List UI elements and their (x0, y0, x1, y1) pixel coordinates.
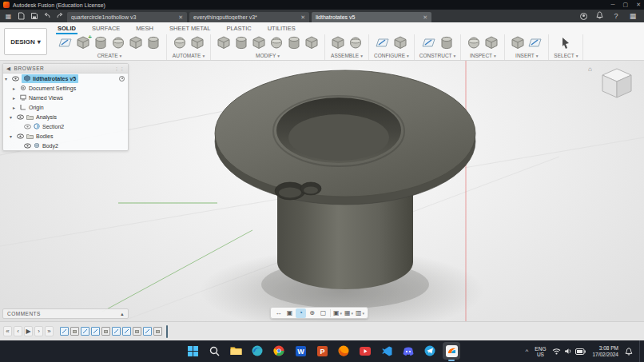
section-analysis-button[interactable] (483, 35, 499, 51)
vscode-icon[interactable] (378, 342, 396, 360)
clock[interactable]: 3:08 PM 17/02/2024 (592, 345, 618, 358)
scripts-button[interactable] (189, 35, 205, 51)
help-icon[interactable]: ? (611, 12, 621, 20)
collapse-panel-icon[interactable]: ◀ (6, 66, 11, 72)
home-view-icon[interactable]: ⌂ (588, 66, 592, 73)
select-dropdown[interactable]: SELECT ▾ (554, 53, 578, 58)
3d-viewport[interactable]: ⌂ ◀ BROWSER ⋮⋮ ▾ lidthatrotates v5 (0, 61, 644, 321)
file-icon[interactable] (16, 11, 26, 21)
workspace-selector-design[interactable]: DESIGN ▾ (4, 28, 47, 55)
combine-button[interactable] (268, 35, 284, 51)
timeline-step-back-button[interactable]: ‹ (14, 326, 22, 336)
select-button[interactable] (558, 35, 574, 51)
timeline-feature-extrude[interactable] (101, 327, 110, 336)
language-switcher[interactable]: ENG US (535, 346, 546, 357)
grid-settings-button[interactable]: ▦▾ (344, 308, 354, 318)
configuration-table-button[interactable] (392, 35, 408, 51)
expand-icon[interactable]: ▾ (10, 114, 14, 120)
timeline-feature-sketch[interactable] (143, 327, 152, 336)
timeline-feature-sketch[interactable] (60, 327, 69, 336)
visibility-eye-icon[interactable] (17, 114, 24, 120)
maximize-icon[interactable]: ▢ (623, 2, 629, 8)
ribbon-tab-utilities[interactable]: UTILITIES (266, 22, 297, 34)
activate-component-radio[interactable] (119, 76, 125, 82)
automate-button[interactable] (172, 35, 188, 51)
timeline-feature-sketch[interactable] (81, 327, 89, 336)
modify-dropdown[interactable]: MODIFY ▾ (256, 53, 280, 58)
zoom-button[interactable]: ⊕ (307, 308, 317, 318)
press-pull-button[interactable] (216, 35, 232, 51)
save-icon[interactable] (29, 11, 39, 21)
orbit-button[interactable]: ◔ (296, 308, 306, 318)
look-at-button[interactable]: ▣ (284, 308, 295, 318)
notifications-bell-icon[interactable] (594, 11, 604, 21)
ribbon-tab-plastic[interactable]: PLASTIC (225, 22, 252, 34)
word-icon[interactable]: W (292, 342, 309, 360)
fit-button[interactable]: ▢ (318, 308, 328, 318)
browser-item-section2[interactable]: Section2 (3, 121, 128, 131)
measure-button[interactable] (466, 35, 482, 51)
display-settings-button[interactable]: ▣▾ (332, 308, 343, 318)
doc-tab-everythingputtogether[interactable]: everythingputtogether v3* ✕ (189, 12, 309, 22)
tab-close-icon[interactable]: ✕ (423, 14, 427, 21)
battery-icon[interactable] (575, 348, 586, 355)
split-body-button[interactable] (304, 35, 320, 51)
undo-icon[interactable] (42, 11, 52, 21)
expand-icon[interactable]: ▸ (13, 105, 18, 110)
joint-button[interactable] (348, 35, 364, 51)
construction-plane-button[interactable] (421, 35, 437, 51)
browser-item-bodies[interactable]: ▾ Bodies (3, 131, 128, 141)
comments-panel[interactable]: COMMENTS ▴ (2, 308, 129, 319)
insert-mesh-button[interactable] (510, 35, 526, 51)
offset-face-button[interactable] (286, 35, 302, 51)
new-component-button[interactable] (75, 35, 91, 51)
browser-item-body2[interactable]: Body2 (3, 141, 128, 150)
powerpoint-icon[interactable]: P (313, 342, 331, 360)
insert-dropdown[interactable]: INSERT ▾ (515, 53, 538, 58)
expand-icon[interactable]: ▾ (5, 76, 10, 82)
timeline-step-forward-button[interactable]: › (34, 326, 43, 336)
create-sketch-button[interactable] (58, 35, 74, 51)
browser-item-origin[interactable]: ▸ Origin (3, 102, 128, 112)
search-icon[interactable] (205, 342, 223, 360)
ribbon-tab-solid[interactable]: SOLID (56, 22, 78, 34)
firefox-browser-icon[interactable] (335, 342, 352, 360)
show-desktop-button[interactable] (639, 340, 642, 362)
construct-dropdown[interactable]: CONSTRUCT ▾ (419, 53, 456, 58)
panel-grip-icon[interactable]: ⋮⋮ (114, 66, 125, 71)
visibility-eye-icon[interactable] (12, 76, 19, 82)
discord-icon[interactable] (400, 342, 417, 360)
pan-button[interactable]: ↔ (273, 308, 284, 318)
timeline-feature-sketch[interactable] (91, 327, 100, 336)
fusion-taskbar-icon[interactable] (443, 342, 460, 360)
volume-icon[interactable] (564, 348, 572, 355)
timeline-position-marker[interactable] (166, 325, 168, 338)
expand-icon[interactable]: ▸ (13, 95, 18, 101)
browser-item-document-settings[interactable]: ▸ Document Settings (3, 83, 128, 93)
revolve-button[interactable] (110, 35, 126, 51)
visibility-eye-icon[interactable] (17, 133, 24, 139)
timeline-feature-sketch[interactable] (112, 327, 121, 336)
expand-icon[interactable]: ▾ (10, 133, 14, 139)
visibility-eye-icon[interactable] (24, 143, 31, 149)
assemble-dropdown[interactable]: ASSEMBLE ▾ (331, 53, 363, 58)
tray-overflow-chevron-icon[interactable]: ^ (526, 348, 529, 355)
extrude-button[interactable] (93, 35, 109, 51)
timeline-skip-start-button[interactable]: « (3, 326, 12, 336)
timeline-feature-sketch[interactable] (122, 327, 131, 336)
tab-close-icon[interactable]: ✕ (178, 14, 183, 21)
fillet-button[interactable] (233, 35, 249, 51)
sweep-button[interactable] (128, 35, 144, 51)
configuration-button[interactable] (375, 35, 391, 51)
shell-button[interactable] (251, 35, 267, 51)
doc-tab-quartercircle1nothollow[interactable]: quartercircle1nothollow v3 ✕ (67, 12, 187, 22)
edge-browser-icon[interactable] (248, 342, 266, 360)
browser-root-component[interactable]: ▾ lidthatrotates v5 (3, 74, 128, 83)
browser-panel-header[interactable]: ◀ BROWSER ⋮⋮ (3, 64, 128, 74)
visibility-eye-icon[interactable] (24, 124, 31, 129)
timeline-feature-extrude[interactable] (133, 327, 141, 336)
minimize-icon[interactable]: ─ (611, 2, 615, 8)
browser-item-named-views[interactable]: ▸ Named Views (3, 93, 128, 102)
new-component-assemble-button[interactable] (330, 35, 346, 51)
redo-icon[interactable] (54, 11, 65, 21)
